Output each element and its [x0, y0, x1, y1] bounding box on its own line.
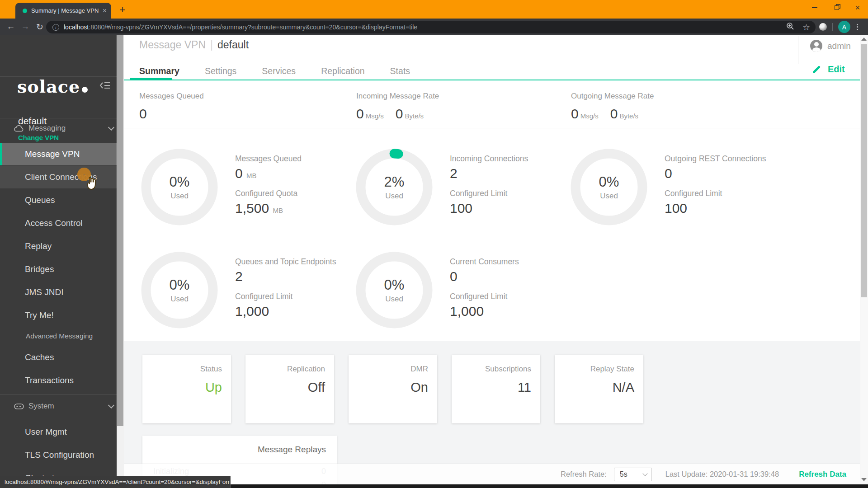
sidebar-item-bridges[interactable]: Bridges	[0, 258, 117, 281]
sidebar: solace default Change VPN Messaging Mess…	[0, 35, 117, 488]
gauge-messages-queued: 0%Used Messages Queued 0 MB Configured Q…	[141, 149, 354, 228]
sidebar-item-transactions[interactable]: Transactions	[0, 369, 117, 392]
address-bar[interactable]: i localhost:8080/#/msg-vpns/ZGVmYXVsdA==…	[46, 21, 816, 33]
stat-outgoing-rate: Outgoing Message Rate 0 Msg/s 0 Byte/s	[571, 92, 654, 122]
last-update-text: Last Update: 2020-01-31 19:39:48	[665, 470, 779, 479]
screen: Summary | Message VPN × + × ← → ↻ i loca…	[0, 0, 868, 488]
back-icon[interactable]: ←	[4, 22, 18, 32]
logo-dot	[82, 87, 88, 93]
link-preview-statusbar: localhost:8080/#/msg-vpns/ZGVmYXVsdA==/c…	[0, 476, 231, 488]
toolbar-right: A	[819, 21, 858, 33]
chevron-down-icon	[108, 124, 114, 131]
sidebar-collapse-button[interactable]	[99, 81, 110, 91]
user-avatar-icon	[810, 40, 822, 52]
toolbar-separator	[832, 23, 833, 31]
window-close-button[interactable]: ×	[847, 0, 868, 15]
gauge-queues-topic-endpoints: 0%Used Queues and Topic Endpoints 2 Conf…	[141, 252, 354, 331]
solace-logo: solace	[17, 76, 88, 97]
breadcrumb-parent: Message VPN	[139, 39, 206, 51]
footer-bar: Refresh Rate: 5s Last Update: 2020-01-31…	[124, 464, 860, 484]
gauge-current-consumers: 0%Used Current Consumers 0 Configured Li…	[356, 252, 568, 331]
sidebar-divider	[0, 118, 117, 118]
donut-chart: 2%Used	[356, 149, 433, 225]
chevron-down-icon	[642, 471, 647, 476]
sidebar-scrollbar-thumb[interactable]	[117, 35, 123, 426]
reload-icon[interactable]: ↻	[33, 22, 47, 32]
stat-messages-queued: Messages Queued 0	[139, 92, 204, 122]
sidebar-section-messaging[interactable]: Messaging	[14, 123, 109, 134]
chrome-menu-icon[interactable]	[857, 23, 858, 31]
donut-chart: 0%Used	[141, 149, 218, 225]
sidebar-item-replay[interactable]: Replay	[0, 235, 117, 258]
sidebar-item-try-me[interactable]: Try Me!	[0, 304, 117, 327]
donut-chart: 0%Used	[356, 252, 433, 328]
edit-button[interactable]: Edit	[811, 64, 845, 75]
bookmark-star-icon[interactable]: ☆	[802, 22, 810, 33]
sidebar-divider	[0, 394, 117, 395]
pencil-icon	[811, 65, 821, 75]
card-status: Status Up	[142, 355, 231, 423]
refresh-rate-label: Refresh Rate:	[561, 470, 607, 479]
tab-title: Summary | Message VPN	[31, 7, 99, 14]
refresh-data-link[interactable]: Refresh Data	[799, 470, 846, 479]
section-divider	[124, 128, 860, 128]
cursor-hand-icon	[84, 176, 98, 193]
sidebar-item-queues[interactable]: Queues	[0, 189, 117, 211]
url-text[interactable]: localhost:8080/#/msg-vpns/ZGVmYXVsdA==/p…	[64, 23, 778, 31]
new-tab-button[interactable]: +	[117, 5, 128, 16]
sidebar-item-jms-jndi[interactable]: JMS JNDI	[0, 281, 117, 304]
card-replay-state: Replay State N/A	[555, 355, 643, 423]
donut-chart: 0%Used	[141, 252, 218, 328]
stat-incoming-rate: Incoming Message Rate 0 Msg/s 0 Byte/s	[356, 92, 439, 122]
header-divider	[798, 36, 798, 64]
main-scrollbar-thumb[interactable]	[861, 44, 867, 297]
sidebar-item-access-control[interactable]: Access Control	[0, 212, 117, 235]
sidebar-item-tls-configuration[interactable]: TLS Configuration	[0, 444, 117, 466]
browser-titlebar: Summary | Message VPN × + ×	[0, 0, 868, 19]
window-minimize-button[interactable]	[804, 0, 825, 15]
site-info-icon[interactable]: i	[52, 24, 59, 31]
tab-close-icon[interactable]: ×	[103, 7, 107, 14]
system-icon	[14, 404, 24, 409]
card-dmr: DMR On	[349, 355, 437, 423]
donut-chart: 0%Used	[571, 149, 647, 225]
refresh-rate-select[interactable]: 5s	[614, 468, 652, 481]
profile-avatar[interactable]: A	[838, 21, 850, 33]
page-title: default	[217, 39, 249, 51]
sidebar-section-system[interactable]: System	[14, 401, 109, 412]
scroll-up-arrow[interactable]	[861, 38, 867, 41]
cloud-icon	[14, 125, 24, 132]
sidebar-item-client-connections[interactable]: Client Connections	[0, 166, 117, 188]
zoom-page-icon[interactable]	[786, 22, 794, 32]
card-replication: Replication Off	[245, 355, 334, 423]
browser-tab[interactable]: Summary | Message VPN ×	[15, 3, 111, 19]
tabs-bottom-line	[124, 80, 860, 80]
scroll-down-arrow[interactable]	[861, 478, 867, 481]
user-name: admin	[827, 41, 851, 51]
window-restore-button[interactable]	[826, 0, 847, 15]
minimize-icon	[812, 7, 817, 8]
gauge-incoming-connections: 2%Used Incoming Connections 2 Configured…	[356, 149, 568, 228]
favicon-dot-icon	[23, 9, 27, 13]
gauge-outgoing-rest-connections: 0%Used Outgoing REST Connections 0 Confi…	[571, 149, 783, 228]
breadcrumb: Message VPN|default	[139, 39, 249, 51]
sidebar-divider	[0, 76, 117, 77]
restore-icon	[835, 5, 839, 10]
sidebar-item-message-vpn[interactable]: Message VPN	[0, 143, 117, 165]
user-menu[interactable]: admin	[810, 40, 851, 52]
sidebar-item-caches[interactable]: Caches	[0, 346, 117, 369]
chevron-down-icon	[108, 402, 114, 408]
forward-icon[interactable]: →	[18, 22, 33, 32]
sidebar-item-user-mgmt[interactable]: User Mgmt	[0, 421, 117, 443]
change-vpn-link[interactable]: Change VPN	[18, 134, 59, 141]
sidebar-item-advanced-messaging[interactable]: Advanced Messaging	[0, 328, 117, 344]
status-badge: Up	[151, 380, 222, 395]
extension-icon[interactable]	[819, 23, 827, 31]
card-subscriptions: Subscriptions 11	[452, 355, 540, 423]
